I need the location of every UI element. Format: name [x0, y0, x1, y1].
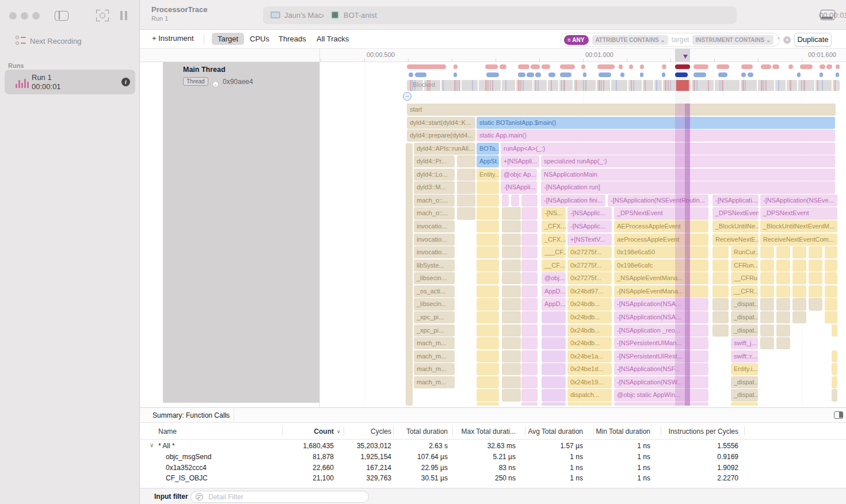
flame-cell[interactable]: _xpc_pi...	[414, 324, 455, 337]
flame-cell[interactable]: dyld4::APIs::runAll...	[414, 143, 475, 155]
flame-cell[interactable]: AEProcessAppleEvent	[614, 220, 708, 232]
flame-cell[interactable]	[521, 246, 538, 258]
flame-cell[interactable]	[776, 337, 790, 349]
flame-cell[interactable]: one_ti...	[731, 402, 758, 406]
table-row[interactable]: objc_msgSend81,8781,925,154107.64 µs5.21…	[140, 452, 846, 463]
flame-cell[interactable]	[825, 298, 837, 310]
flame-cell[interactable]	[776, 298, 790, 310]
main-thread-track-header[interactable]: Main Thread Thread ⌄ 0x90aee4	[163, 62, 319, 403]
detail-filter-field[interactable]	[190, 491, 369, 503]
record-icon[interactable]	[96, 10, 109, 21]
flame-cell[interactable]	[521, 207, 538, 219]
flame-cell[interactable]	[477, 246, 499, 258]
flame-cell[interactable]	[477, 181, 499, 193]
flame-cell[interactable]: NSApplicationMain	[541, 169, 835, 181]
flame-cell[interactable]: _dispat...	[731, 298, 758, 310]
flame-cell[interactable]: @objc Ap...	[501, 169, 537, 181]
flame-cell[interactable]: __CFRu...	[731, 272, 758, 284]
flame-cell[interactable]	[477, 363, 499, 375]
flame-cell[interactable]: invocatio...	[414, 220, 455, 232]
flame-cell[interactable]	[521, 324, 538, 337]
flame-cell[interactable]: 0x27275f...	[567, 246, 612, 258]
flame-cell[interactable]: -[NSAppleEventMana...	[614, 285, 708, 297]
flame-cell[interactable]	[457, 207, 475, 219]
flame-cell[interactable]	[502, 363, 521, 375]
flame-cell[interactable]: -[NS...	[542, 207, 566, 219]
flame-cell[interactable]	[792, 259, 806, 272]
flame-cell[interactable]: _CFX...	[542, 220, 566, 232]
flame-cell[interactable]	[542, 337, 566, 349]
sidebar-item-next-recording[interactable]: Next Recording	[30, 37, 82, 45]
breadcrumb-target[interactable]: BOT-anist	[344, 6, 377, 24]
flame-cell[interactable]: @obj...	[542, 272, 566, 284]
tab-all-tracks[interactable]: All Tracks	[311, 33, 355, 45]
flame-cell[interactable]: +[NSTextV...	[567, 234, 612, 246]
flame-cell[interactable]: AppSt...	[477, 155, 499, 167]
filter-any-pill[interactable]: ≡ ANY	[564, 35, 589, 45]
flame-cell[interactable]	[502, 337, 521, 349]
flame-cell[interactable]	[477, 259, 499, 272]
pause-icon[interactable]	[120, 11, 128, 20]
flame-cell[interactable]: _os_acti...	[414, 285, 455, 297]
flame-cell[interactable]	[809, 285, 822, 297]
flame-cell[interactable]: _libsecin...	[414, 298, 455, 310]
filter-clear-icon[interactable]: ✕	[783, 36, 791, 44]
flame-cell[interactable]: _dispat...	[731, 389, 758, 401]
flame-cell[interactable]	[542, 324, 566, 337]
sort-indicator-icon[interactable]: ∨	[337, 429, 341, 434]
flame-cell[interactable]: 0x24be19...	[567, 376, 612, 388]
flame-cell[interactable]	[477, 337, 499, 349]
flame-cell[interactable]	[521, 363, 538, 375]
flame-cell[interactable]	[502, 272, 521, 284]
filter-value-target[interactable]: target	[672, 36, 689, 44]
flame-cell[interactable]	[477, 311, 499, 323]
table-row[interactable]: 0x1a352ccc422,660167,21422.95 µs83 ns1 n…	[140, 463, 846, 474]
flame-cell[interactable]	[502, 220, 521, 232]
flame-cell[interactable]: _dispat...	[731, 324, 758, 337]
flame-cell[interactable]	[760, 285, 774, 297]
flame-cell[interactable]	[477, 402, 499, 406]
flame-cell[interactable]: invocatio...	[414, 246, 455, 258]
flame-cell[interactable]: 0x24bdb...	[567, 311, 612, 323]
flame-cell[interactable]	[825, 285, 837, 297]
flame-cell[interactable]: @objc static AppWin...	[614, 389, 708, 401]
flame-cell[interactable]	[502, 234, 521, 246]
flame-cell[interactable]: -[NSApplic...	[567, 220, 612, 232]
flame-cell[interactable]: _BlockUntilNextEventM...	[760, 220, 837, 232]
flame-cell[interactable]: dispatch...	[567, 389, 612, 401]
flame-cell[interactable]	[825, 259, 837, 272]
chevron-down-icon[interactable]: ⌄	[212, 81, 219, 87]
tab-threads[interactable]: Threads	[273, 33, 312, 45]
flame-cell[interactable]	[477, 350, 499, 362]
flame-cell[interactable]	[792, 285, 806, 297]
filter-token-attribute[interactable]: ATTRIBUTE CONTAINS ⌄	[592, 35, 668, 45]
flame-cell[interactable]: -[NSApplication _reo...	[614, 324, 708, 337]
flame-cell[interactable]: 0x24bdb...	[567, 298, 612, 310]
run-info-icon[interactable]: i	[121, 78, 130, 86]
time-ruler[interactable]: 00:00.50000:01.00000:01.600	[140, 49, 846, 62]
flame-cell[interactable]	[760, 298, 774, 310]
flame-cell[interactable]	[477, 272, 499, 284]
flame-cell[interactable]: Propertyl...	[567, 402, 612, 406]
flame-cell[interactable]	[776, 272, 790, 284]
flame-cell[interactable]	[521, 285, 538, 297]
flame-cell[interactable]	[502, 311, 521, 323]
flame-cell[interactable]	[521, 259, 538, 272]
flame-cell[interactable]	[521, 272, 538, 284]
flame-cell[interactable]: static BOTanistApp.$main()	[477, 117, 835, 129]
flame-cell[interactable]	[776, 324, 790, 337]
track-filter-group[interactable]: ≡ ANY ATTRIBUTE CONTAINS ⌄ target INSTRU…	[560, 33, 780, 47]
flame-cell[interactable]: 0x27275f...	[567, 259, 612, 272]
flame-cell[interactable]	[511, 194, 519, 207]
filter-token-instrument[interactable]: INSTRUMENT CONTAINS ⌄	[692, 35, 773, 45]
flame-cell[interactable]: __CF...	[542, 259, 566, 272]
flame-cell[interactable]: dyld4::prepare(dyld4...	[407, 129, 475, 142]
flame-cell[interactable]: mach_o::...	[414, 207, 455, 219]
flame-cell[interactable]	[477, 298, 499, 310]
flame-cell[interactable]	[809, 246, 822, 258]
flame-cell[interactable]: 0x24bd97...	[567, 285, 612, 297]
column-header[interactable]: Min Total duration	[596, 427, 651, 436]
flame-cell[interactable]	[760, 324, 774, 337]
flame-cell[interactable]	[521, 194, 538, 207]
flame-cell[interactable]	[760, 246, 774, 258]
